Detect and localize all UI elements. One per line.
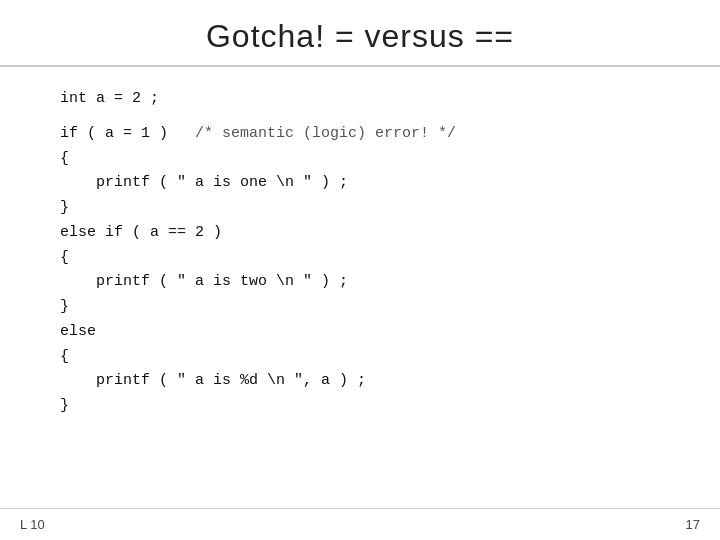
code-comment-1: /* semantic (logic) error! */	[195, 125, 456, 142]
code-line-12: printf ( " a is %d \n ", a ) ;	[60, 369, 660, 394]
code-blank-1	[60, 112, 660, 122]
slide: Gotcha! = versus == int a = 2 ; if ( a =…	[0, 0, 720, 540]
code-line-6: else if ( a == 2 )	[60, 221, 660, 246]
code-line-4: printf ( " a is one \n " ) ;	[60, 171, 660, 196]
code-line-11: {	[60, 345, 660, 370]
slide-title: Gotcha! = versus ==	[60, 18, 660, 55]
code-line-2: if ( a = 1 ) /* semantic (logic) error! …	[60, 122, 660, 147]
code-line-5: }	[60, 196, 660, 221]
code-line-13: }	[60, 394, 660, 419]
code-line-10: else	[60, 320, 660, 345]
code-line-1: int a = 2 ;	[60, 87, 660, 112]
slide-header: Gotcha! = versus ==	[0, 0, 720, 67]
slide-number: 17	[686, 517, 700, 532]
slide-footer: L 10 17	[0, 508, 720, 540]
code-content: int a = 2 ; if ( a = 1 ) /* semantic (lo…	[0, 67, 720, 508]
code-line-3: {	[60, 147, 660, 172]
footer-label: L 10	[20, 517, 45, 532]
code-line-7: {	[60, 246, 660, 271]
code-line-8: printf ( " a is two \n " ) ;	[60, 270, 660, 295]
code-line-9: }	[60, 295, 660, 320]
